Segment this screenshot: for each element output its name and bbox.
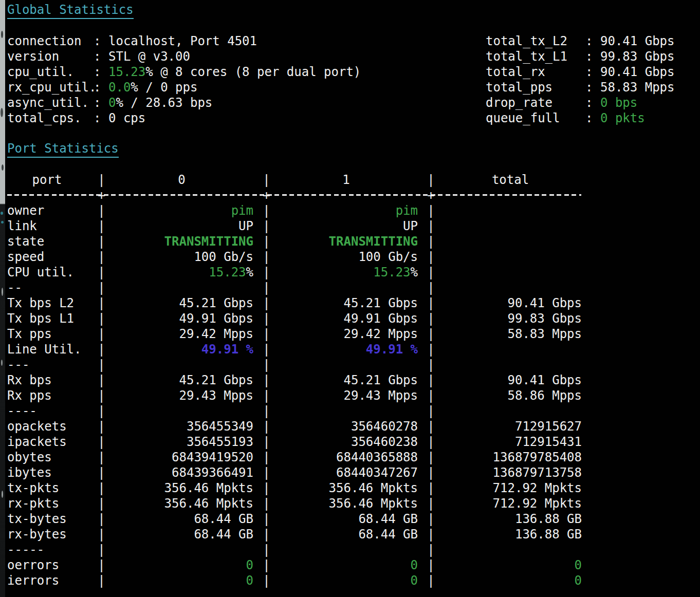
edge-smudge xyxy=(2,288,3,296)
column-pipe: | xyxy=(263,295,270,311)
global-stat-row: total_cps.:0 cps xyxy=(7,110,361,126)
column-pipe: | xyxy=(98,511,105,527)
table-cell: UP xyxy=(274,218,418,234)
port-statistics-title: Port Statistics xyxy=(7,141,119,158)
column-pipe: | xyxy=(98,249,105,265)
row-label: tx-bytes xyxy=(7,511,67,527)
table-cell: 0 xyxy=(110,557,253,573)
column-header: total xyxy=(439,172,582,188)
column-pipe: | xyxy=(427,450,435,465)
column-pipe: | xyxy=(98,234,105,249)
column-pipe: | xyxy=(263,480,270,496)
text-segment: 68.44 GB xyxy=(194,527,253,542)
text-segment: 68440347267 xyxy=(336,465,418,480)
edge-smudge xyxy=(1,212,3,215)
terminal-screen[interactable]: Global Statistics connection:localhost, … xyxy=(0,0,700,597)
text-segment: 0 pkts xyxy=(600,111,645,125)
text-segment: 68.44 GB xyxy=(358,527,418,542)
table-cell: 356455193 xyxy=(110,434,253,450)
table-cell: 68.44 GB xyxy=(110,511,253,527)
column-pipe: | xyxy=(263,434,270,450)
stat-value: 0 cps xyxy=(108,110,145,126)
column-pipe: | xyxy=(98,557,105,573)
row-label: -- xyxy=(7,280,22,295)
table-cell: 356460278 xyxy=(274,419,418,434)
text-segment: 99.83 Gbps xyxy=(508,311,582,326)
stat-value: localhost, Port 4501 xyxy=(108,33,257,49)
column-pipe: | xyxy=(427,388,435,403)
row-label: link xyxy=(7,218,37,234)
table-cell: TRANSMITTING xyxy=(274,234,418,249)
table-cell: 15.23% xyxy=(274,265,418,280)
row-label: rx-pkts xyxy=(7,496,59,511)
background-window-edge xyxy=(0,0,5,597)
row-label: Tx bps L1 xyxy=(7,311,74,326)
stat-value: 99.83 Gbps xyxy=(600,49,675,64)
table-cell: UP xyxy=(110,218,253,234)
column-pipe: | xyxy=(263,403,270,419)
table-cell: 0 xyxy=(439,573,582,588)
global-stat-row: rx_cpu_util.:0.0% / 0 pps xyxy=(7,80,361,95)
column-pipe: | xyxy=(427,249,435,265)
text-segment: 100 Gb/s xyxy=(358,250,418,264)
stat-label: cpu_util. xyxy=(7,64,94,80)
text-segment: 99.83 Gbps xyxy=(600,49,675,64)
column-pipe: | xyxy=(427,465,435,480)
edge-smudge xyxy=(2,491,3,498)
edge-smudge xyxy=(2,164,4,171)
column-pipe: | xyxy=(263,234,270,249)
text-segment: 15.23 xyxy=(108,65,145,79)
text-segment: 0 xyxy=(411,573,418,588)
stat-label: queue_full xyxy=(486,110,585,126)
column-pipe: | xyxy=(427,542,435,557)
text-segment: % @ 8 cores (8 per dual port) xyxy=(145,65,361,79)
table-cell: 68.44 GB xyxy=(274,511,418,527)
column-pipe: | xyxy=(427,480,435,496)
row-label: Tx bps L2 xyxy=(7,295,74,311)
edge-smudge xyxy=(1,360,3,366)
row-label: owner xyxy=(7,203,44,218)
text-segment: pim xyxy=(231,203,253,218)
global-stat-row: version:STL @ v3.00 xyxy=(7,49,361,64)
table-row: -----||| xyxy=(7,542,603,557)
text-segment: 136879785408 xyxy=(493,450,582,464)
table-cell: 356460238 xyxy=(274,434,418,450)
column-pipe: | xyxy=(263,511,270,527)
text-segment: 0.0 xyxy=(108,80,131,95)
column-pipe: | xyxy=(427,511,435,527)
column-pipe: | xyxy=(98,280,105,295)
table-cell: pim xyxy=(110,203,253,218)
separator-cross: + xyxy=(263,188,270,203)
global-stats-right-column: total_tx_L2:90.41 Gbpstotal_tx_L1:99.83 … xyxy=(486,33,675,126)
table-cell: 136.88 GB xyxy=(439,527,582,542)
global-stats-left-column: connection:localhost, Port 4501version:S… xyxy=(7,33,361,126)
column-pipe: | xyxy=(98,542,105,557)
table-cell: 68440347267 xyxy=(274,465,418,480)
table-cell: 29.42 Mpps xyxy=(274,326,418,342)
table-cell: 45.21 Gbps xyxy=(274,372,418,388)
stat-label: connection xyxy=(7,33,94,49)
text-segment: % / 0 pps xyxy=(131,80,197,95)
stat-value: 90.41 Gbps xyxy=(600,33,675,49)
stat-value: 90.41 Gbps xyxy=(600,64,675,80)
table-cell: 68439366491 xyxy=(110,465,253,480)
table-row: Tx bps L1|||49.91 Gbps49.91 Gbps99.83 Gb… xyxy=(7,311,603,326)
column-pipe: | xyxy=(98,172,105,188)
table-cell: 15.23% xyxy=(110,265,253,280)
text-segment: 136.88 GB xyxy=(515,527,582,542)
stat-value: STL @ v3.00 xyxy=(108,49,190,64)
table-cell: 356.46 Mpkts xyxy=(274,496,418,511)
stat-separator: : xyxy=(94,64,108,80)
table-cell: 0 xyxy=(274,557,418,573)
table-row: tx-bytes|||68.44 GB68.44 GB136.88 GB xyxy=(7,511,603,527)
table-cell: 712915431 xyxy=(439,434,582,450)
row-label: Rx bps xyxy=(7,372,52,388)
table-row: owner|||pimpim xyxy=(7,203,603,218)
stat-separator: : xyxy=(585,33,600,49)
stat-label: total_tx_L2 xyxy=(486,33,585,49)
global-stat-row: total_tx_L1:99.83 Gbps xyxy=(486,49,675,64)
stat-label: total_rx xyxy=(486,64,585,80)
column-pipe: | xyxy=(263,557,270,573)
stat-label: total_pps xyxy=(486,80,585,95)
column-pipe: | xyxy=(427,434,435,450)
